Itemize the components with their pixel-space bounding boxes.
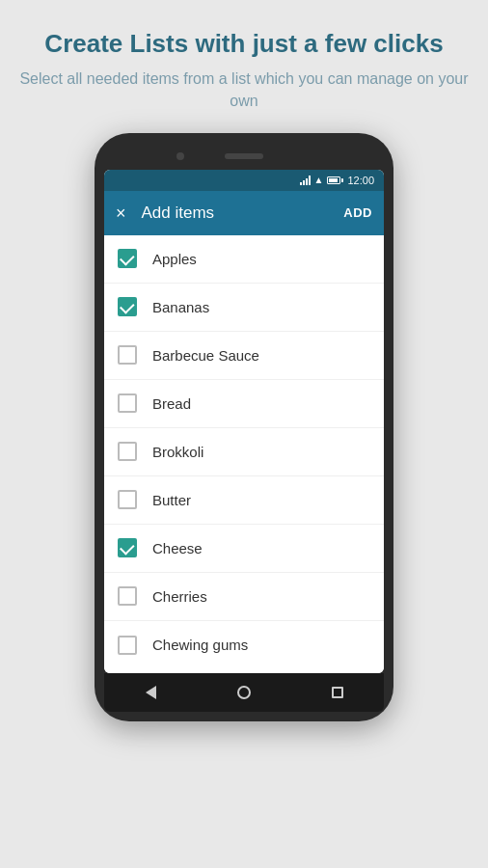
list-item[interactable]: Brokkoli <box>104 428 384 476</box>
phone-top-bezel <box>104 143 384 170</box>
item-label-2: Bananas <box>152 299 209 315</box>
checkbox-3[interactable] <box>118 345 137 365</box>
list-item[interactable]: Bananas <box>104 284 384 332</box>
item-label-9: Chewing gums <box>152 637 248 653</box>
nav-back-button[interactable] <box>136 678 165 707</box>
item-label-4: Bread <box>152 395 191 412</box>
checkbox-6[interactable] <box>118 490 137 509</box>
list-item[interactable]: Butter <box>104 476 384 525</box>
list-item[interactable]: Apples <box>104 235 384 284</box>
app-bar: × Add items ADD <box>104 191 384 235</box>
status-time: 12:00 <box>347 175 374 186</box>
page-title: Create Lists with just a few clicks <box>19 29 469 59</box>
checkbox-8[interactable] <box>118 586 137 606</box>
battery-icon <box>327 176 343 184</box>
list-item[interactable]: Bread <box>104 380 384 428</box>
nav-home-button[interactable] <box>230 678 258 707</box>
item-label-1: Apples <box>152 251 197 267</box>
items-list: ApplesBananasBarbecue SauceBreadBrokkoli… <box>104 235 384 673</box>
page-subtitle: Select all needed items from a list whic… <box>19 68 469 112</box>
close-button[interactable]: × <box>116 204 126 222</box>
list-item[interactable]: Cheese <box>104 525 384 573</box>
app-bar-title: Add items <box>142 203 344 223</box>
status-bar: ▲ 12:00 <box>104 170 384 191</box>
list-item[interactable]: Cherries <box>104 573 384 621</box>
phone-speaker <box>225 153 263 159</box>
list-item[interactable]: Barbecue Sauce <box>104 332 384 380</box>
checkbox-9[interactable] <box>118 636 137 655</box>
phone-screen: ▲ 12:00 × Add items ADD ApplesBananasBar… <box>104 170 384 673</box>
phone-camera <box>176 152 184 160</box>
item-label-8: Cherries <box>152 588 207 605</box>
checkbox-4[interactable] <box>118 393 137 413</box>
item-label-3: Barbecue Sauce <box>152 347 259 364</box>
checkbox-7[interactable] <box>118 538 137 557</box>
checkbox-1[interactable] <box>118 249 137 268</box>
status-icons: ▲ 12:00 <box>300 175 374 186</box>
add-button[interactable]: ADD <box>343 205 372 220</box>
item-label-5: Brokkoli <box>152 444 203 460</box>
list-item[interactable]: Chewing gums <box>104 621 384 669</box>
checkbox-2[interactable] <box>118 297 137 316</box>
wifi-icon: ▲ <box>314 175 324 185</box>
signal-icon <box>300 176 311 185</box>
checkbox-5[interactable] <box>118 442 137 461</box>
item-label-7: Cheese <box>152 540 203 556</box>
item-label-6: Butter <box>152 492 191 508</box>
bottom-nav <box>104 673 384 712</box>
nav-recents-button[interactable] <box>323 678 352 707</box>
phone-shell: ▲ 12:00 × Add items ADD ApplesBananasBar… <box>95 133 393 721</box>
